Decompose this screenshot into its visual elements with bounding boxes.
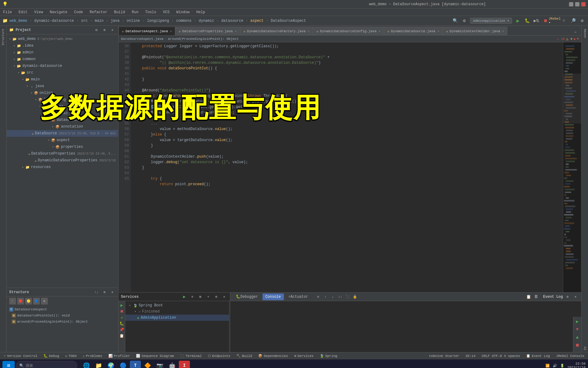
- console-icon3[interactable]: ↓: [330, 293, 336, 300]
- vcs-icon[interactable]: ⑂: [560, 17, 567, 24]
- console-icon1[interactable]: ≡: [315, 293, 322, 300]
- run-button[interactable]: ▶: [514, 17, 521, 24]
- toolbar-search-icon[interactable]: 🔍: [452, 17, 458, 24]
- console-icon2[interactable]: ↑: [322, 293, 329, 300]
- svc-toolbar-icon[interactable]: ≡: [189, 293, 196, 300]
- minimize-btn[interactable]: [569, 2, 573, 6]
- tree-item-annotation[interactable]: ▸ 📦 annotation: [7, 123, 118, 130]
- panel-close-icon[interactable]: ✕: [109, 27, 116, 33]
- tree-item-longzipeng[interactable]: ▾ 📦 longzipeng: [7, 96, 118, 103]
- svc-close-icon[interactable]: ✕: [221, 293, 228, 300]
- status-profiler[interactable]: 📊 Profiler: [107, 354, 131, 358]
- status-vcs[interactable]: ⑂ Version Control: [2, 354, 39, 358]
- status-spring[interactable]: 🍃 Spring: [318, 354, 339, 358]
- breadcrumb-item2[interactable]: around(ProceedingJoinPoint): Object: [168, 37, 239, 41]
- taskbar-clock[interactable]: 23:50 2023/2/16: [567, 362, 586, 368]
- settings-gear-icon[interactable]: ⚙: [579, 17, 586, 24]
- console-tab-actuator[interactable]: ⚡ Actuator: [285, 293, 311, 300]
- svc-springboot[interactable]: ▾ 🍃 Spring Boot: [125, 302, 229, 309]
- struct-class-item[interactable]: C DataSourceAspect: [9, 306, 116, 312]
- taskbar-app-typora[interactable]: T: [130, 361, 141, 368]
- status-jrebel-console[interactable]: JRebel Console: [555, 354, 586, 358]
- status-endpoints[interactable]: ⬡ Endpoints: [207, 354, 232, 358]
- console-tab-debugger[interactable]: 🐛 Debugger: [233, 293, 261, 300]
- path-commons[interactable]: commons: [176, 19, 191, 23]
- editor-tab-config[interactable]: ☕ DynamicDataSourceConfig.java ✕: [313, 27, 384, 35]
- svc-settings-icon[interactable]: ⚙: [213, 293, 220, 300]
- struct-close-icon[interactable]: ✕: [109, 289, 116, 296]
- tree-item-common[interactable]: ▸ 📁 common: [7, 56, 118, 63]
- struct-method-item2[interactable]: m around(ProceedingJoinPoint): Object: [9, 319, 116, 325]
- svc-finished[interactable]: ▾ ✓ Finished: [125, 309, 229, 315]
- debug-button[interactable]: 🐛: [524, 17, 530, 24]
- status-todo[interactable]: ☑ TODO: [64, 354, 78, 358]
- path-src[interactable]: src: [81, 19, 88, 23]
- tree-item-datasource[interactable]: ▾ 📦 datasource: [7, 117, 118, 123]
- console-side-icon1[interactable]: ▶: [574, 318, 581, 325]
- tab-close-icon2[interactable]: ✕: [235, 29, 237, 33]
- event-log-settings-icon[interactable]: ⚙: [564, 293, 571, 300]
- struct-toolbar-icon5[interactable]: ⚙: [41, 298, 48, 305]
- taskbar-battery-icon[interactable]: 🔋: [560, 364, 564, 368]
- toolbar-settings-icon[interactable]: ⚙: [461, 17, 468, 24]
- tab-close-icon4[interactable]: ✕: [379, 29, 381, 33]
- svc-restart-btn[interactable]: ↺: [119, 315, 125, 320]
- code-container[interactable]: 36 37 38 39 40 41 42 43 44 45 46 47 48 4…: [119, 42, 581, 292]
- nav-up-icon[interactable]: ▲: [574, 37, 576, 41]
- status-seqdiag[interactable]: ⬜ Sequence Diagram: [135, 354, 175, 358]
- taskbar-network-icon[interactable]: 📶: [545, 364, 550, 368]
- tree-item-commons[interactable]: ▾ 📦 commons: [7, 103, 118, 110]
- menu-edit[interactable]: Edit: [17, 10, 29, 15]
- status-plugin[interactable]: tobnine Starter: [428, 354, 461, 358]
- console-clear-icon[interactable]: 🗑: [533, 293, 539, 300]
- status-eventlog[interactable]: 📋 Event Log: [525, 354, 551, 358]
- editor-tab-ds[interactable]: ☕ DynamicDataSource.java ✕: [384, 27, 443, 35]
- run-config-selector[interactable]: AdminApplication ▾: [470, 18, 512, 24]
- tree-item-webdemo[interactable]: ▾ 📂 web_demo E:\project\web_demo: [7, 36, 118, 42]
- tree-item-dynamic2[interactable]: ▾ 📦 dynamic: [7, 110, 118, 117]
- struct-settings-icon[interactable]: ⚙: [101, 289, 108, 296]
- path-class[interactable]: DataSourceAspect: [271, 19, 306, 23]
- tree-item-java[interactable]: ▾ ☕ java: [7, 83, 118, 90]
- taskbar-app-edge[interactable]: 🌍: [105, 361, 116, 368]
- menu-refactor[interactable]: Refactor: [89, 10, 109, 15]
- tree-item-main[interactable]: ▾ 📂 main: [7, 76, 118, 83]
- path-longzipeng[interactable]: longzipeng: [147, 19, 169, 23]
- tab-close-icon[interactable]: ✕: [170, 29, 172, 33]
- menu-code[interactable]: Code: [73, 10, 84, 15]
- struct-icon1[interactable]: ↑↓: [93, 289, 100, 296]
- menu-tools[interactable]: Tools: [144, 10, 157, 15]
- menu-file[interactable]: File: [2, 10, 13, 15]
- vtab-structure[interactable]: Structure: [1, 27, 6, 47]
- taskbar-search[interactable]: 🔍 搜索: [16, 361, 77, 368]
- editor-tab-ctx[interactable]: ☕ DynamicContextHolder.java ✕: [443, 27, 507, 35]
- status-deps[interactable]: 📦 Dependencies: [257, 354, 289, 358]
- tree-item-dyn-ds-props[interactable]: ☕ DynamicDataSourceProperties 2023/2/16: [7, 157, 118, 164]
- status-problems[interactable]: ⚠ Problems: [81, 354, 103, 358]
- struct-method-item1[interactable]: m dataSourcePointCut(): void: [9, 312, 116, 319]
- console-icon4[interactable]: ↑↓: [337, 293, 344, 300]
- tree-item-resources[interactable]: ▸ 📁 resources: [7, 164, 118, 171]
- code-content[interactable]: protected Logger logger = LoggerFactory.…: [131, 42, 563, 292]
- project-name[interactable]: web_demo: [9, 19, 27, 23]
- tab-close-icon3[interactable]: ✕: [308, 29, 310, 33]
- console-icon5[interactable]: ⬛: [344, 293, 351, 300]
- path-dynamic[interactable]: dynamic-datasource: [34, 19, 74, 23]
- maximize-btn[interactable]: [575, 2, 579, 6]
- svc-add-icon[interactable]: +: [205, 293, 212, 300]
- struct-toolbar-icon4[interactable]: 🔵: [33, 298, 40, 305]
- status-debug[interactable]: 🐛 Debug: [42, 354, 60, 358]
- console-copy-icon[interactable]: 📋: [525, 293, 532, 300]
- editor-tab-factory[interactable]: ☕ DynamicDataSourceFactory.java ✕: [240, 27, 313, 35]
- svc-admin-app[interactable]: ▶ AdminApplication: [125, 315, 229, 321]
- console-side-icon4[interactable]: ⏹: [574, 342, 581, 349]
- menu-run[interactable]: Run: [130, 10, 140, 15]
- editor-tab-props[interactable]: ☕ DataSourceProperties.java ✕: [175, 27, 240, 35]
- console-side-icon5[interactable]: ▼: [574, 350, 581, 352]
- maven-vtab[interactable]: Maven: [582, 27, 587, 40]
- svc-stop-btn[interactable]: ⏹: [119, 309, 125, 314]
- find-icon[interactable]: 🔎: [570, 17, 576, 24]
- struct-toolbar-icon3[interactable]: 🟡: [25, 298, 32, 305]
- ai-assistant-vtab[interactable]: AI: [582, 345, 587, 352]
- menu-help[interactable]: Help: [195, 10, 206, 15]
